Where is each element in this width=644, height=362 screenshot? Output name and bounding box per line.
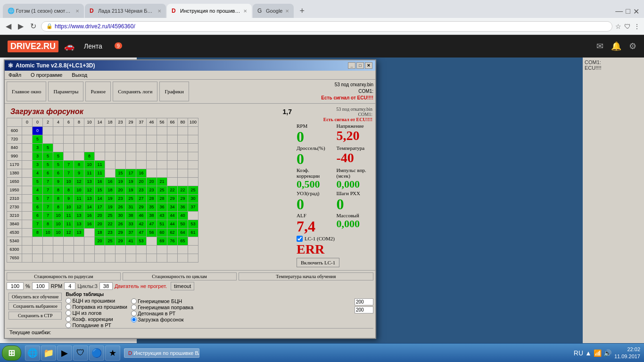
grid-cell-9-10[interactable]: 31 <box>126 203 136 212</box>
grid-cell-1-1[interactable]: 5 <box>33 135 43 144</box>
grid-cell-7-12[interactable]: 23 <box>147 186 157 195</box>
bottom-input-1[interactable] <box>355 298 373 305</box>
new-tab-button[interactable]: + <box>295 4 309 18</box>
grid-cell-8-15[interactable]: 29 <box>178 195 188 203</box>
grid-cell-7-8[interactable]: 18 <box>105 186 116 195</box>
radio-bcn-fw[interactable] <box>66 298 71 304</box>
grid-cell-10-10[interactable]: 38 <box>126 212 136 220</box>
grid-cell-9-14[interactable]: 34 <box>167 203 178 212</box>
grid-cell-15-7[interactable] <box>95 254 105 263</box>
grid-cell-0-4[interactable] <box>64 127 74 135</box>
grid-cell-4-0[interactable] <box>22 161 33 169</box>
grid-cell-13-0[interactable] <box>22 237 33 246</box>
grid-cell-3-12[interactable] <box>147 152 157 161</box>
menu-about[interactable]: О программе <box>29 72 64 78</box>
grid-cell-5-12[interactable] <box>147 169 157 178</box>
radio-gen-corr[interactable] <box>131 304 137 310</box>
settings-icon[interactable]: ⚙ <box>629 41 636 51</box>
grid-cell-11-14[interactable]: 44 <box>167 220 178 229</box>
grid-cell-5-8[interactable] <box>105 169 116 178</box>
grid-cell-3-14[interactable] <box>167 152 178 161</box>
grid-cell-11-10[interactable]: 33 <box>126 220 136 229</box>
grid-cell-6-0[interactable] <box>22 178 33 186</box>
grid-cell-3-8[interactable] <box>105 152 116 161</box>
taskbar-task-1[interactable]: D Инструкция по прошивке ВАЗ <box>124 348 199 358</box>
grid-cell-14-12[interactable] <box>147 246 157 254</box>
grid-cell-12-13[interactable]: 60 <box>157 229 167 237</box>
grid-cell-15-13[interactable] <box>157 254 167 263</box>
grid-cell-12-10[interactable]: 37 <box>126 229 136 237</box>
value1-input[interactable] <box>7 282 24 290</box>
grid-cell-13-10[interactable]: 41 <box>126 237 136 246</box>
grid-cell-15-1[interactable] <box>33 254 43 263</box>
grid-cell-1-10[interactable] <box>126 135 136 144</box>
grid-cell-3-1[interactable]: 3 <box>33 152 43 161</box>
grid-cell-4-8[interactable] <box>105 161 116 169</box>
grid-cell-7-11[interactable]: 23 <box>136 186 147 195</box>
grid-cell-0-2[interactable] <box>43 127 53 135</box>
grid-cell-0-7[interactable] <box>95 127 105 135</box>
grid-cell-12-4[interactable]: 12 <box>64 229 74 237</box>
grid-cell-2-12[interactable] <box>147 144 157 152</box>
url-text[interactable]: https://www.drive2.ru/l/4596360/ <box>55 23 135 30</box>
grid-cell-1-4[interactable] <box>64 135 74 144</box>
grid-cell-12-3[interactable]: 10 <box>53 229 64 237</box>
grid-cell-6-14[interactable] <box>167 178 178 186</box>
grid-cell-1-13[interactable] <box>157 135 167 144</box>
network-icon[interactable]: 📶 <box>594 349 602 357</box>
grid-cell-7-4[interactable]: 8 <box>64 186 74 195</box>
grid-cell-7-2[interactable]: 7 <box>43 186 53 195</box>
grid-cell-0-10[interactable] <box>126 127 136 135</box>
grid-cell-9-13[interactable]: 36 <box>157 203 167 212</box>
minimize-browser[interactable]: — <box>615 7 623 16</box>
grid-cell-0-13[interactable] <box>157 127 167 135</box>
grid-cell-10-13[interactable]: 43 <box>157 212 167 220</box>
radio-cn-logs[interactable] <box>66 310 71 316</box>
grid-cell-14-14[interactable] <box>167 246 178 254</box>
grid-cell-14-3[interactable] <box>53 246 64 254</box>
grid-cell-9-12[interactable]: 35 <box>147 203 157 212</box>
grid-cell-3-0[interactable] <box>22 152 33 161</box>
grid-cell-11-9[interactable]: 26 <box>116 220 126 229</box>
grid-cell-9-4[interactable]: 10 <box>64 203 74 212</box>
grid-cell-3-5[interactable] <box>74 152 84 161</box>
grid-cell-11-4[interactable]: 11 <box>64 220 74 229</box>
grid-cell-12-6[interactable] <box>84 229 95 237</box>
grid-cell-12-0[interactable] <box>22 229 33 237</box>
grid-cell-2-7[interactable] <box>95 144 105 152</box>
grid-cell-7-5[interactable]: 10 <box>74 186 84 195</box>
grid-cell-6-2[interactable]: 7 <box>43 178 53 186</box>
grid-cell-7-0[interactable] <box>22 186 33 195</box>
grid-cell-9-11[interactable]: 29 <box>136 203 147 212</box>
grid-cell-14-7[interactable] <box>95 246 105 254</box>
grid-cell-1-14[interactable] <box>167 135 178 144</box>
menu-exit[interactable]: Выход <box>70 72 89 78</box>
grid-cell-3-7[interactable] <box>95 152 105 161</box>
grid-cell-13-13[interactable]: 69 <box>157 237 167 246</box>
back-button[interactable]: ◀ <box>4 22 13 31</box>
grid-cell-15-15[interactable] <box>178 254 188 263</box>
grid-cell-13-16[interactable] <box>188 237 198 246</box>
grid-cell-9-7[interactable]: 17 <box>95 203 105 212</box>
grid-cell-4-15[interactable] <box>178 161 188 169</box>
grid-cell-7-9[interactable]: 20 <box>116 186 126 195</box>
radio-detonation-rt[interactable] <box>131 311 137 316</box>
messages-icon[interactable]: ✉ <box>596 41 603 51</box>
timeout-button[interactable]: timeout <box>171 282 194 290</box>
cycles-input[interactable] <box>64 282 75 290</box>
grid-cell-1-15[interactable] <box>178 135 188 144</box>
tab-2-close[interactable]: ✕ <box>157 8 161 14</box>
grid-cell-10-6[interactable]: 16 <box>84 212 95 220</box>
grid-cell-12-7[interactable]: 18 <box>95 229 105 237</box>
grid-cell-6-3[interactable]: 9 <box>53 178 64 186</box>
grid-cell-8-11[interactable]: 27 <box>136 195 147 203</box>
grid-cell-15-9[interactable] <box>116 254 126 263</box>
grid-cell-1-6[interactable] <box>84 135 95 144</box>
grid-cell-14-6[interactable] <box>84 246 95 254</box>
reset-learning-btn[interactable]: Обнулить все обучение <box>8 293 62 301</box>
grid-cell-8-10[interactable]: 25 <box>126 195 136 203</box>
grid-cell-2-4[interactable] <box>64 144 74 152</box>
grid-cell-5-16[interactable] <box>188 169 198 178</box>
grid-cell-2-0[interactable] <box>22 144 33 152</box>
grid-cell-3-11[interactable] <box>136 152 147 161</box>
